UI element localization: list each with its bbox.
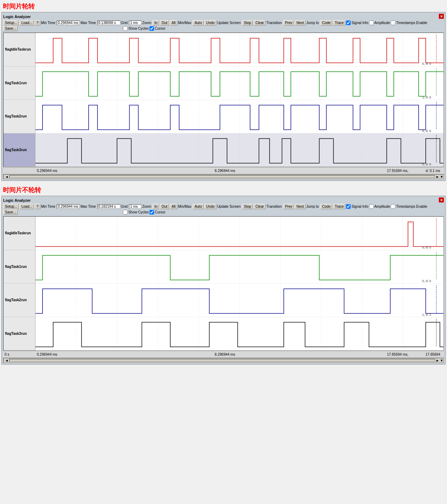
amplitude-label1: Amplitude	[374, 21, 390, 25]
timeline-mid1: 8.296944 ms	[215, 169, 235, 173]
help-btn2[interactable]: ?	[35, 204, 40, 209]
update-clear2[interactable]: Clear	[254, 204, 266, 209]
jump-label2: Jump to	[306, 205, 319, 208]
grid-label2: Grid	[121, 205, 128, 208]
timeline1: 0.296944 ms 8.296944 ms 17.91694 ms, d: …	[3, 167, 444, 174]
show-cycles-check1[interactable]	[123, 26, 128, 31]
update-clear1[interactable]: Clear	[254, 20, 266, 25]
svg-text:0, d: 0: 0, d: 0	[422, 129, 431, 133]
scrollbar2[interactable]: ◄ ► ▼	[3, 358, 444, 363]
amplitude-check2[interactable]	[369, 204, 374, 209]
trans-next1[interactable]: Next	[295, 20, 306, 25]
cursor-check2[interactable]	[149, 210, 154, 214]
cursor-label2: Cursor	[155, 210, 165, 214]
load-btn2[interactable]: Load...	[19, 204, 34, 209]
svg-text:0, d: 0: 0, d: 0	[422, 62, 431, 65]
analyzer1-close[interactable]: ✕	[439, 14, 444, 19]
signal-info-check2[interactable]	[346, 204, 351, 209]
timeline2: 0 s 0.296944 ms 8.296944 ms 17.85694 ms,…	[3, 351, 444, 358]
svg-text:1, d: 0: 1, d: 0	[422, 96, 431, 99]
zoom-in1[interactable]: In	[153, 20, 159, 25]
analyzer2: Logic Analyzer ✕ Setup... Load... ? Min …	[1, 196, 446, 365]
trans-label2: Transition	[266, 205, 282, 208]
scrollbar1[interactable]: ◄ ► ▼	[3, 174, 444, 179]
signal-label-task1-1: flagTask1run	[4, 67, 35, 100]
signal-labels1: flagIdleTaskrun flagTask1run flagTask2ru…	[4, 33, 35, 167]
timestamps-check1[interactable]	[391, 21, 395, 25]
zoom-out1[interactable]: Out	[160, 20, 169, 25]
jump-trace2[interactable]: Trace	[333, 204, 345, 209]
help-btn1[interactable]: ?	[35, 20, 40, 25]
cursor-check1[interactable]	[149, 26, 154, 31]
signal-labels2: flagIdleTaskrun flagTask1run flagTask2ru…	[4, 217, 35, 350]
signal-info-check1[interactable]	[346, 21, 351, 25]
minmax-label1: Min/Max	[178, 21, 192, 25]
signal-label-task2-2: flagTask2run	[4, 284, 35, 317]
save-btn1[interactable]: Save...	[3, 26, 18, 31]
max-time-label1: Max Time	[80, 21, 96, 25]
signal-area1: flagIdleTaskrun flagTask1run flagTask2ru…	[3, 33, 444, 167]
signal-canvas2: 0, d: 0 0, d: 0 1, d: 1	[35, 217, 443, 350]
waveform-svg2: 0, d: 0 0, d: 0 1, d: 1	[35, 217, 443, 350]
analyzer2-close[interactable]: ✕	[439, 197, 444, 202]
timestamps-check2[interactable]	[391, 204, 395, 209]
grid-value1: 1 ms	[129, 21, 141, 25]
minmax-auto2[interactable]: Auto	[193, 204, 204, 209]
update-stop1[interactable]: Stop	[242, 20, 253, 25]
timeline-right1: 17.91694 ms,	[387, 169, 408, 173]
amplitude-check1[interactable]	[369, 21, 374, 25]
svg-text:1, d: 1: 1, d: 1	[422, 313, 431, 316]
zoom-in2[interactable]: In	[153, 204, 159, 209]
grid-label1: Grid	[121, 21, 128, 25]
analyzer2-title: Logic Analyzer	[3, 197, 444, 203]
timeline-suffix2: 17.85694	[425, 353, 440, 356]
setup-btn2[interactable]: Setup...	[3, 204, 19, 209]
grid-value2: 1 ms	[129, 204, 141, 209]
zoom-all1[interactable]: All	[170, 20, 177, 25]
signal-label-task3-1: flagTask3run	[4, 133, 35, 167]
update-stop2[interactable]: Stop	[242, 204, 253, 209]
jump-label1: Jump to	[306, 21, 319, 25]
analyzer1: Logic Analyzer ✕ Setup... Load... ? Min …	[1, 12, 446, 181]
trans-label1: Transition	[266, 21, 282, 25]
timestamps-label1: Timestamps Enable	[396, 21, 427, 25]
trans-prev1[interactable]: Prev	[283, 20, 294, 25]
minmax-undo2[interactable]: Undo	[204, 204, 216, 209]
zoom-all2[interactable]: All	[170, 204, 177, 209]
timeline-right2: 17.85694 ms,	[387, 353, 408, 356]
setup-btn1[interactable]: Setup...	[3, 20, 19, 25]
trans-next2[interactable]: Next	[295, 204, 306, 209]
min-time-label1: Min Time	[41, 21, 56, 25]
svg-rect-12	[35, 133, 443, 167]
jump-trace1[interactable]: Trace	[333, 20, 345, 25]
min-time-label2: Min Time	[41, 205, 56, 208]
timeline-left2: 0.296944 ms	[37, 353, 57, 356]
load-btn1[interactable]: Load...	[19, 20, 34, 25]
waveform-svg1: 0, d: 0 1, d: 0 0, d: 0 0, d: 0	[35, 33, 443, 167]
save-btn2[interactable]: Save...	[3, 210, 18, 215]
signal-info-label1: Signal Info	[351, 21, 368, 25]
update-label1: Update Screen	[217, 21, 241, 25]
signal-label-task1-2: flagTask1run	[4, 250, 35, 284]
signal-canvas1: 0, d: 0 1, d: 0 0, d: 0 0, d: 0	[35, 33, 443, 167]
trans-prev2[interactable]: Prev	[283, 204, 294, 209]
show-cycles-check2[interactable]	[123, 210, 128, 214]
svg-text:0, d: 0: 0, d: 0	[422, 279, 431, 283]
section1-title: 时间片轮转	[0, 0, 447, 12]
timeline-left1: 0.296944 ms	[37, 169, 57, 173]
signal-label-idle2: flagIdleTaskrun	[4, 217, 35, 250]
minmax-undo1[interactable]: Undo	[204, 20, 216, 25]
jump-code2[interactable]: Code	[320, 204, 332, 209]
section2-title: 时间片不轮转	[0, 184, 447, 196]
signal-label-task2-1: flagTask2run	[4, 100, 35, 133]
zoom-out2[interactable]: Out	[160, 204, 169, 209]
toolbar2: Setup... Load... ? Min Time 0.296944 ms …	[3, 203, 444, 216]
cursor-label1: Cursor	[155, 27, 165, 30]
timeline-mid2: 8.296944 ms	[215, 353, 235, 356]
minmax-label2: Min/Max	[178, 205, 192, 208]
min-time-value1: 0.296944 ms	[57, 21, 80, 25]
jump-code1[interactable]: Code	[320, 20, 332, 25]
minmax-auto1[interactable]: Auto	[193, 20, 204, 25]
svg-text:0, d: 0: 0, d: 0	[422, 162, 431, 166]
analyzer1-title: Logic Analyzer	[3, 14, 444, 19]
